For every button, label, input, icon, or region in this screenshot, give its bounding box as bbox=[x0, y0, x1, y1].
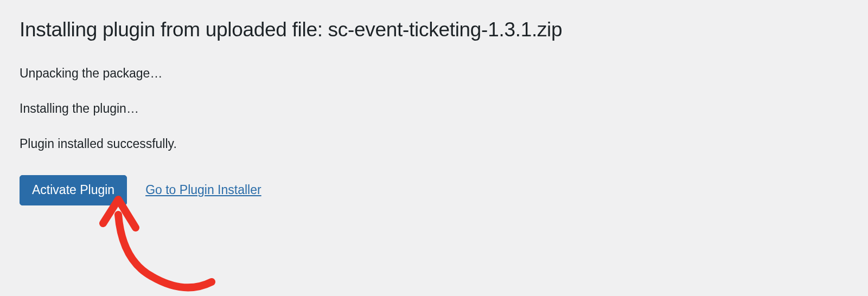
annotation-arrow-icon bbox=[92, 195, 233, 296]
status-success: Plugin installed successfully. bbox=[20, 137, 848, 151]
activate-plugin-button[interactable]: Activate Plugin bbox=[20, 175, 127, 205]
page-title: Installing plugin from uploaded file: sc… bbox=[20, 18, 848, 41]
status-unpacking: Unpacking the package… bbox=[20, 66, 848, 81]
action-row: Activate Plugin Go to Plugin Installer bbox=[20, 175, 848, 205]
plugin-installer-link[interactable]: Go to Plugin Installer bbox=[145, 183, 261, 197]
status-installing: Installing the plugin… bbox=[20, 101, 848, 116]
